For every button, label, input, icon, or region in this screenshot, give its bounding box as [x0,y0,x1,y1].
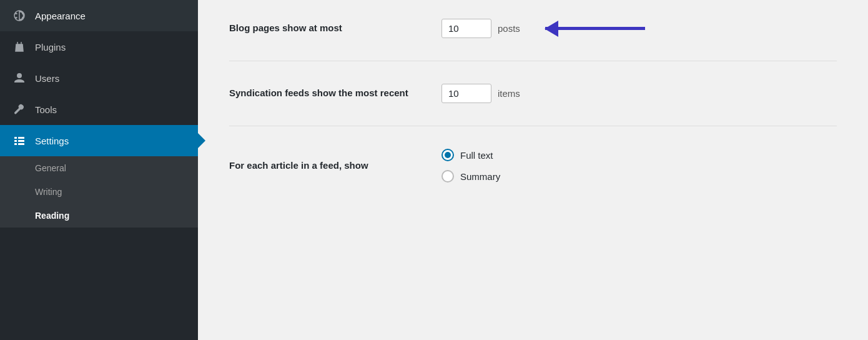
feed-display-label: For each article in a feed, show [229,159,441,173]
settings-submenu: General Writing Reading [0,156,198,228]
svg-rect-3 [14,143,17,145]
sidebar-item-users[interactable]: Users [0,62,198,94]
svg-rect-5 [18,140,24,142]
svg-rect-4 [18,137,24,139]
svg-rect-6 [18,143,24,145]
radio-full-text[interactable]: Full text [441,149,500,161]
feed-display-row: For each article in a feed, show Full te… [229,149,837,205]
feed-display-control: Full text Summary [441,149,837,182]
sidebar-item-plugins-label: Plugins [35,42,66,52]
svg-rect-2 [14,140,17,142]
sidebar-item-settings[interactable]: Settings [0,125,198,156]
svg-point-0 [22,106,23,108]
sidebar-item-appearance[interactable]: Appearance [0,0,198,31]
syndication-row: Syndication feeds show the most recent i… [229,84,837,126]
radio-summary-circle [441,170,454,182]
sidebar-item-tools[interactable]: Tools [0,94,198,125]
arrow-annotation [545,27,645,30]
main-content: Blog pages show at most posts Syndicatio… [198,0,868,340]
blog-pages-input[interactable] [441,19,491,38]
blog-pages-unit: posts [498,23,520,34]
settings-icon [12,134,26,148]
users-icon [12,71,26,85]
blog-pages-control: posts [441,19,837,38]
radio-full-text-circle [441,149,454,161]
arrow-head [545,21,558,37]
submenu-writing[interactable]: Writing [0,180,198,204]
syndication-unit: items [498,88,520,99]
svg-rect-1 [14,137,17,139]
radio-full-text-label: Full text [460,150,493,161]
tools-icon [12,102,26,116]
appearance-icon [12,9,26,22]
radio-summary-label: Summary [460,171,500,182]
radio-summary[interactable]: Summary [441,170,500,182]
arrow-line [545,27,645,30]
sidebar: Appearance Plugins Users Tools Settings … [0,0,198,340]
sidebar-item-settings-label: Settings [35,136,69,146]
syndication-input[interactable] [441,84,491,103]
syndication-label: Syndication feeds show the most recent [229,86,441,101]
blog-pages-label: Blog pages show at most [229,21,441,36]
sidebar-item-plugins[interactable]: Plugins [0,31,198,62]
plugins-icon [12,40,26,54]
sidebar-item-tools-label: Tools [35,104,57,115]
radio-group: Full text Summary [441,149,500,182]
submenu-reading[interactable]: Reading [0,204,198,228]
submenu-general[interactable]: General [0,156,198,180]
sidebar-item-appearance-label: Appearance [35,11,86,21]
sidebar-item-users-label: Users [35,73,59,84]
blog-pages-row: Blog pages show at most posts [229,19,837,61]
syndication-control: items [441,84,837,103]
